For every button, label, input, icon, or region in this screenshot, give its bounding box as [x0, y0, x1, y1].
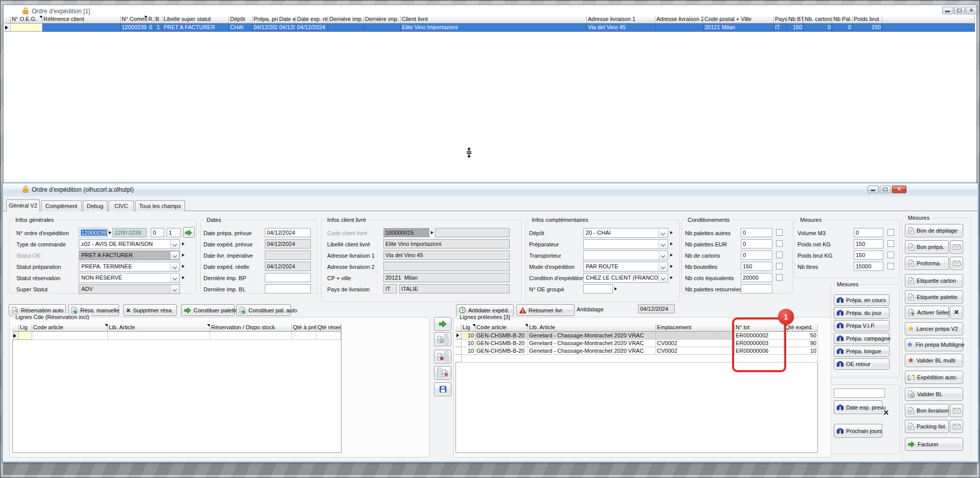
column-header[interactable]: Code postal + Ville [703, 16, 774, 24]
supprimer-resa-button[interactable]: ×Supprimer résa. [123, 304, 177, 316]
mail-proforma-button[interactable] [950, 257, 963, 270]
cell-b[interactable]: 1 [154, 24, 163, 32]
pays-code-input[interactable]: IT [383, 284, 397, 293]
statut-reservation-select[interactable]: NON RÉSERVÉ [79, 273, 180, 283]
poids-brut-input[interactable]: 150 [854, 251, 883, 260]
nb-palettes-retournees-input[interactable] [741, 284, 772, 293]
cell-qte-a-prel[interactable] [292, 332, 316, 340]
code-client-aux-input[interactable] [435, 228, 510, 237]
poids-brut-checkbox[interactable] [887, 252, 894, 258]
date-exp-prevu-button[interactable]: Date exp. prevu [834, 400, 882, 414]
column-header[interactable]: Qté expéd. [784, 324, 818, 332]
next-record-button[interactable] [183, 227, 195, 238]
statut-preparation-select[interactable]: PRÉPA. TERMINÉE [79, 262, 180, 271]
row-marker[interactable] [455, 347, 462, 355]
nb-palettes-autres-checkbox[interactable] [776, 229, 783, 236]
adresse2-input[interactable] [383, 262, 510, 271]
nb-cartons-input[interactable]: 0 [741, 251, 772, 260]
cell-emplacement[interactable]: CV0002 [656, 347, 735, 355]
oe-suffix2-input[interactable]: 1 [167, 228, 180, 237]
poids-net-input[interactable]: 150 [854, 239, 883, 248]
row-marker[interactable] [455, 355, 462, 362]
cell-lig[interactable] [19, 332, 32, 340]
column-header-marker[interactable] [4, 16, 11, 24]
nb-palettes-eur-checkbox[interactable] [776, 240, 783, 247]
column-header[interactable]: Lig [462, 324, 475, 332]
proforma-button[interactable]: Proforma [905, 257, 949, 270]
date-livr-imperative-input[interactable] [265, 251, 311, 260]
cell-lib-article[interactable]: Genelard - Chassage-Montrachet 2020 VRAC [528, 332, 656, 339]
nb-litres-input[interactable]: 15000 [854, 262, 883, 271]
volume-m3-input[interactable]: 0 [854, 228, 883, 237]
nb-palettes-eur-input[interactable]: 0 [741, 239, 772, 248]
cell-lig[interactable]: 10 [462, 347, 475, 355]
depot-select[interactable]: 20 - CHAI [583, 228, 668, 238]
nb-bouteilles-input[interactable]: 150 [741, 262, 772, 271]
date-prepa-prevue-input[interactable]: 04/12/2024 [265, 228, 311, 237]
column-header-marker[interactable] [455, 324, 462, 332]
oe-retour-button[interactable]: OE retour [834, 358, 890, 370]
etiquette-palette-button[interactable]: Etiquette palette [905, 290, 963, 304]
column-header[interactable]: Nb Pal. [832, 16, 853, 24]
minimize-button[interactable] [942, 7, 953, 14]
prepa-campagne-button[interactable]: Prépa. campagne [834, 333, 890, 344]
activer-select-button[interactable]: Activer Sélect. [905, 306, 949, 319]
column-header[interactable]: Emplacement [656, 324, 735, 332]
adresse1-input[interactable]: Via del Vino 45 [383, 251, 510, 260]
column-header[interactable]: Code article [32, 324, 108, 332]
column-header[interactable]: Dépôt [229, 16, 253, 24]
tab-civc[interactable]: CIVC [108, 200, 134, 211]
cell-qte-exped[interactable]: 90 [784, 339, 818, 347]
clear-date-search-button[interactable]: × [883, 407, 889, 418]
lancer-prepa-v2-button[interactable]: ★Lancer prépa V2 [905, 322, 963, 335]
prepa-en-cours-button[interactable]: Prépa. en cours [834, 294, 890, 306]
cell-lib-article[interactable]: Genelard - Chassage-Montrachet 2020 VRAC [528, 347, 656, 355]
cell-r[interactable]: 0 [147, 24, 154, 32]
clear-select-button[interactable]: × [950, 306, 963, 319]
antidatage-input[interactable]: 04/12/2024 [638, 304, 675, 313]
column-header[interactable]: N° O.E.G. [11, 16, 42, 24]
delete-line-button[interactable] [434, 366, 451, 380]
derniere-imp-bl-input[interactable] [265, 284, 311, 293]
column-header[interactable]: Qté réservé [316, 324, 341, 332]
column-header[interactable]: Poids brut [853, 16, 882, 24]
constituer-pal-auto-button[interactable]: Constituer pal. auto [236, 304, 291, 316]
transporteur-select[interactable] [583, 251, 668, 260]
date-search-input[interactable] [834, 389, 885, 398]
type-commande-select[interactable]: z02 - AVIS DE RETIRAISON [79, 239, 180, 249]
valider-bl-multi-button[interactable]: ★Valider BL multi [905, 354, 963, 367]
derniere-imp-bp-input[interactable] [265, 273, 311, 282]
column-header[interactable]: Qté à prél. [292, 324, 316, 332]
cell-emplacement[interactable] [656, 332, 735, 339]
volume-m3-checkbox[interactable] [887, 229, 894, 236]
cell-date-exp[interactable]: 04/12/2024 [278, 24, 296, 32]
cell-lib-article[interactable] [108, 332, 210, 340]
cell-cp-ville[interactable]: 20121 Milan [703, 24, 774, 32]
cell-code-article[interactable]: GEN-CHSMB-B-20 [475, 339, 528, 347]
date-exped-prevue-input[interactable]: 04/12/2024 [265, 239, 311, 248]
cell-imp-bl[interactable] [364, 24, 401, 32]
cell-code-article[interactable]: GEN-CHSMB-B-20 [475, 347, 528, 355]
mail-packing-list-button[interactable] [950, 420, 963, 433]
statut-oe-select[interactable]: PRET A FACTURER [79, 251, 180, 260]
tab-general-v2[interactable]: Général V2 [6, 199, 40, 212]
cell-pays[interactable]: IT [774, 24, 787, 32]
column-header[interactable]: Dernière imp. BP [328, 16, 364, 24]
libelle-client-input[interactable]: Elite Vino Importazioni [383, 239, 510, 248]
tab-complement[interactable]: Complément [41, 200, 82, 211]
cell-qte-exped[interactable]: 10 [784, 347, 818, 355]
column-header[interactable]: Lig [19, 324, 32, 332]
mail-bon-prepa-button[interactable] [950, 240, 963, 254]
cell-lig[interactable]: 10 [462, 332, 475, 339]
cell-lib-article[interactable]: Genelard - Chassage-Montrachet 2020 VRAC [528, 339, 656, 347]
maximize-button[interactable] [880, 186, 891, 193]
constituer-palette-button[interactable]: Constituer palette [181, 304, 235, 316]
expedition-auto-button[interactable]: Expédition auto. [905, 371, 963, 384]
column-header[interactable]: Prépa. prev [253, 16, 278, 24]
cell-libelle-statut[interactable]: PRET A FACTURER [163, 24, 229, 32]
nb-litres-checkbox[interactable] [887, 263, 894, 269]
column-header[interactable]: Adresse livraison 2 [655, 16, 703, 24]
column-header[interactable]: Adresse livraison 1 [587, 16, 655, 24]
date-exped-reelle-input[interactable]: 04/12/2024 [265, 262, 311, 271]
cell-lig[interactable]: 10 [462, 339, 475, 347]
